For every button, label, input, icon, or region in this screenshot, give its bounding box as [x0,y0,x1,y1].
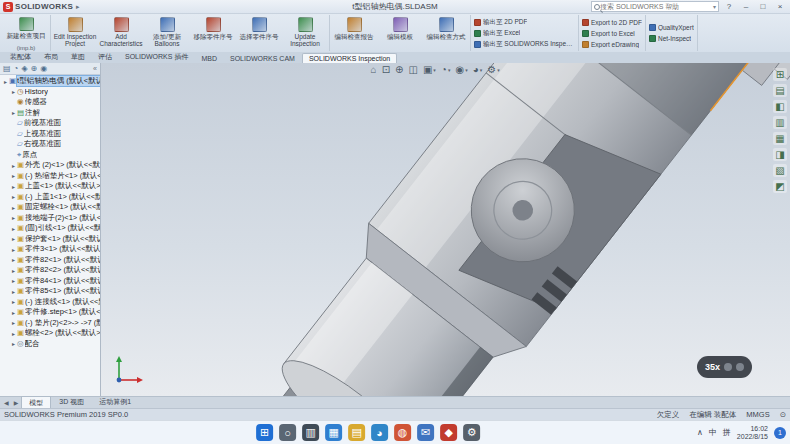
search-input[interactable] [600,3,713,10]
ribbon-button-2-2[interactable]: 编辑检查方式 [423,15,469,51]
tree-item[interactable]: ▱右视基准面 [0,139,100,150]
graphics-viewport[interactable]: ⌂⊡⊕◫▣▾◔▾◉▾◕▾⚙▾ ⊞▤◧▥▦◨▧◩ 35x [101,63,790,396]
hide-show-items-icon[interactable]: ◉▾ [455,64,467,75]
settings-icon[interactable]: ⚙ [463,424,480,441]
ribbon-button-3-1[interactable]: 输出至 Excel [474,28,575,38]
tree-expand-icon[interactable]: ▸ [10,340,17,347]
ime-indicator[interactable]: 拼 [723,427,731,438]
tree-item[interactable]: ▱上视基准面 [0,129,100,140]
tab-装配体[interactable]: 装配体 [4,51,37,63]
edge-icon[interactable]: ◕ [371,424,388,441]
zoom-area-icon[interactable]: ⊡ [382,64,390,75]
inspection-tool-5-icon[interactable]: ▦ [773,132,787,145]
dropdown-caret-icon[interactable]: ▾ [465,67,468,73]
tree-item[interactable]: ▸▣(-) 连接线<1> (默认<<默认>_显示状态 1>) [0,297,100,308]
tab-MBD[interactable]: MBD [195,54,223,63]
tree-item[interactable]: ▸◷History [0,87,100,98]
tree-expand-icon[interactable]: ▸ [10,309,17,316]
dropdown-caret-icon[interactable]: ▾ [433,67,436,73]
file-explorer-icon[interactable]: ▤ [348,424,365,441]
dimxpert-tab[interactable]: ⊕ [31,64,38,74]
tree-expand-icon[interactable]: ▸ [10,246,17,253]
tree-expand-icon[interactable]: ▸ [2,78,9,85]
tabs-prev-icon[interactable]: ◀ [2,399,11,406]
view-orientation-icon[interactable]: ▣▾ [423,64,436,75]
tree-item[interactable]: ▸▣(-) 上盖1<1> (默认<<默认>_显示状态 1>) [0,192,100,203]
tree-item[interactable]: ▸◎配合 [0,339,100,350]
tree-item[interactable]: ▸▣上盖<1> (默认<<默认>_显示状态 1>) [0,181,100,192]
tree-item[interactable]: ▸▣固定螺栓<1> (默认<<默认>_显示状态 1>) [0,202,100,213]
section-view-icon[interactable]: ◫ [408,64,417,75]
tab-SOLIDWORKS CAM[interactable]: SOLIDWORKS CAM [224,54,301,63]
tree-item[interactable]: ▸▣保护套<1> (默认<<默认>_显示状态 1>) [0,234,100,245]
notification-badge[interactable]: 1 [774,427,786,439]
dropdown-caret-icon[interactable]: ▾ [497,67,500,73]
tree-item[interactable]: ▸▣(固)引线<1> (默认<<默认>_显示状态 1>) [0,223,100,234]
ribbon-button-4-2[interactable]: Export eDrawing [582,39,642,49]
ribbon-button-1-1[interactable]: Add Characteristics [98,15,144,51]
ribbon-button-2-1[interactable]: 编辑模板 [377,15,423,51]
tree-expand-icon[interactable]: ▸ [10,183,17,190]
tree-item[interactable]: ▸▣零件82<2> (默认<<默认>_显示状态 1>) [0,265,100,276]
tree-expand-icon[interactable]: ▸ [10,267,17,274]
tree-expand-icon[interactable]: ▸ [10,204,17,211]
input-language-indicator[interactable]: 中 [709,427,717,438]
tree-item[interactable]: ▸▣t型铝轴热电偶 (默认<默认_显示状态-1>) [0,76,100,87]
tree-item[interactable]: ▸▤注解 [0,108,100,119]
solidworks-icon[interactable]: ◆ [440,424,457,441]
ribbon-button-1-2[interactable]: 添加/更新 Balloons [144,15,190,51]
previous-view-icon[interactable]: ⊕ [395,64,403,75]
tree-expand-icon[interactable]: ▸ [10,235,17,242]
tree-expand-icon[interactable]: ▸ [10,319,17,326]
tab-SOLIDWORKS 插件[interactable]: SOLIDWORKS 插件 [119,51,194,63]
menu-expand-arrow-icon[interactable]: ▸ [76,3,80,11]
displaymanager-tab[interactable]: ◉ [40,64,47,74]
tree-item[interactable]: ▸▣零件85<1> (默认<<默认>_显示状态 1>) [0,286,100,297]
inspection-tool-2-icon[interactable]: ▤ [773,84,787,97]
dropdown-caret-icon[interactable]: ▾ [448,67,451,73]
tree-expand-icon[interactable]: ▸ [10,214,17,221]
tree-expand-icon[interactable]: ▸ [10,109,17,116]
tree-item[interactable]: ◉传感器 [0,97,100,108]
search-caret-icon[interactable]: ▾ [713,3,716,10]
ribbon-button-5-0[interactable]: QualityXpert [649,23,694,33]
help-search[interactable]: ▾ [591,1,719,12]
tree-expand-icon[interactable]: ▸ [10,277,17,284]
start-button[interactable]: ⊞ [256,424,273,441]
help-button[interactable]: ? [722,1,736,12]
propertymanager-tab[interactable]: ◔ [14,64,19,74]
zoom-speed-badge[interactable]: 35x [697,356,752,378]
tab-草图[interactable]: 草图 [65,51,91,63]
ribbon-button-2-0[interactable]: 编辑检查报告 [331,15,377,51]
model-3d[interactable] [101,63,790,396]
inspection-tool-6-icon[interactable]: ◨ [773,148,787,161]
tree-item[interactable]: ▸▣(-) 垫片(2)<2>-> ->7 (默认<<默认>_显示状态 1>) [0,318,100,329]
panel-collapse-icon[interactable]: « [93,65,97,72]
ribbon-button-4-0[interactable]: Export to 2D PDF [582,17,642,27]
tree-expand-icon[interactable]: ▸ [10,225,17,232]
display-style-icon[interactable]: ◔▾ [441,64,451,75]
tree-item[interactable]: ▸▣螺栓<2> (默认<<默认>_显示状态 1>) [0,328,100,339]
ribbon-button-0-0[interactable]: 新建检查项目(imp.b) [3,15,49,51]
zoom-fit-icon[interactable]: ⌂ [371,64,377,75]
tab-SOLIDWORKS Inspection[interactable]: SOLIDWORKS Inspection [302,53,397,63]
inspection-tool-4-icon[interactable]: ▥ [773,116,787,129]
tree-expand-icon[interactable]: ▸ [10,298,17,305]
ribbon-button-4-1[interactable]: Export to Excel [582,28,642,38]
task-view-icon[interactable]: ▥ [302,424,319,441]
tree-item[interactable]: ▸▣零件修.step<1> (默认<<默认>_显示状态 1>) [0,307,100,318]
tree-expand-icon[interactable]: ▸ [10,172,17,179]
ribbon-button-1-4[interactable]: 选择零件序号 [236,15,282,51]
edit-appearance-icon[interactable]: ◕▾ [473,64,483,75]
ribbon-button-3-0[interactable]: 输出至 2D PDF [474,17,575,27]
tree-item[interactable]: ⌖原点 [0,150,100,161]
tree-expand-icon[interactable]: ▸ [10,288,17,295]
taskbar-clock[interactable]: 16:02 2022/8/15 [737,425,768,441]
widgets-icon[interactable]: ▦ [325,424,342,441]
tree-expand-icon[interactable]: ▸ [10,256,17,263]
tree-item[interactable]: ▸▣接地端子(2)<1> (默认<<默认>_显示状态 1>) [0,213,100,224]
tree-item[interactable]: ▸▣外壳 (2)<1> (默认<<默认>_显示状态 1>) [0,160,100,171]
inspection-tool-7-icon[interactable]: ▧ [773,164,787,177]
tab-布局[interactable]: 布局 [38,51,64,63]
search-icon[interactable]: ○ [279,424,296,441]
